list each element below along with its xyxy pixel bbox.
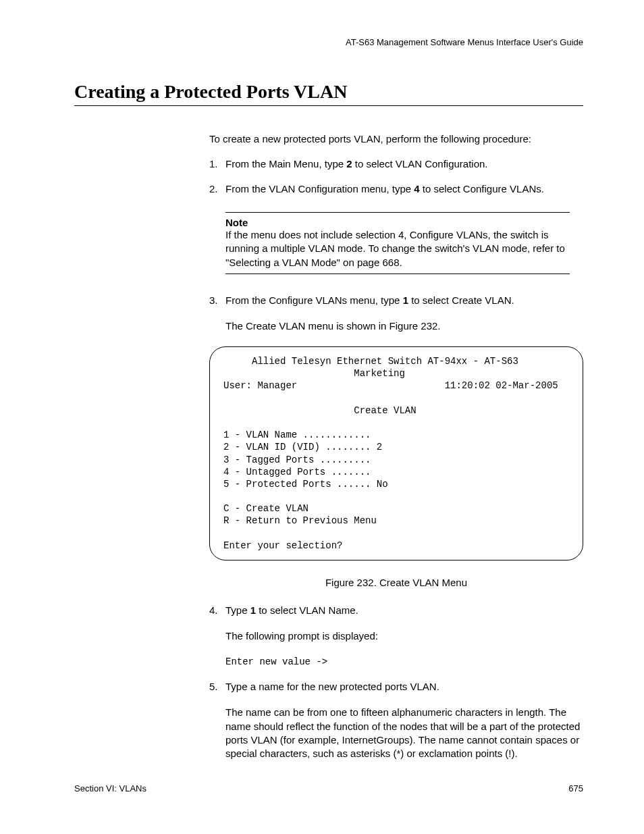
text-part: to select VLAN Name.	[256, 604, 358, 616]
step-5: 5. Type a name for the new protected por…	[209, 681, 583, 692]
note-text: If the menu does not include selection 4…	[225, 228, 583, 269]
note-label: Note	[225, 217, 583, 228]
note-rule-top	[225, 212, 570, 213]
footer-left: Section VI: VLANs	[74, 783, 146, 793]
step-number: 3.	[209, 294, 225, 306]
intro-paragraph: To create a new protected ports VLAN, pe…	[209, 133, 583, 145]
note-rule-bottom	[225, 273, 570, 274]
step-3: 3. From the Configure VLANs menu, type 1…	[209, 294, 583, 306]
text-bold: 1	[403, 294, 408, 306]
text-part: to select Configure VLANs.	[420, 183, 544, 194]
step-text: From the Main Menu, type 2 to select VLA…	[225, 158, 583, 170]
text-part: to select Create VLAN.	[408, 294, 514, 306]
step-2: 2. From the VLAN Configuration menu, typ…	[209, 183, 583, 194]
step-text: Type a name for the new protected ports …	[225, 681, 583, 692]
text-part: From the Main Menu, type	[225, 158, 346, 170]
step-4-sub: The following prompt is displayed:	[225, 629, 583, 643]
text-part: From the VLAN Configuration menu, type	[225, 183, 414, 194]
main-heading: Creating a Protected Ports VLAN	[74, 81, 583, 106]
note-box: Note If the menu does not include select…	[225, 208, 583, 278]
page-header: AT-S63 Management Software Menus Interfa…	[74, 37, 583, 47]
step-number: 2.	[209, 183, 225, 194]
text-bold: 4	[414, 183, 419, 194]
text-bold: 1	[250, 604, 256, 616]
step-number: 4.	[209, 604, 225, 616]
footer-page-number: 675	[568, 783, 583, 793]
step-number: 1.	[209, 158, 225, 170]
text-part: Type	[225, 604, 250, 616]
step-4: 4. Type 1 to select VLAN Name.	[209, 604, 583, 616]
step-5-sub: The name can be from one to fifteen alph…	[225, 706, 583, 760]
content-block: To create a new protected ports VLAN, pe…	[209, 133, 583, 760]
text-part: to select VLAN Configuration.	[352, 158, 488, 170]
text-bold: 2	[346, 158, 352, 170]
step-number: 5.	[209, 681, 225, 692]
page-footer: Section VI: VLANs 675	[74, 783, 583, 793]
step-3-sub: The Create VLAN menu is shown in Figure …	[225, 319, 583, 333]
step-text: Type 1 to select VLAN Name.	[225, 604, 583, 616]
text-part: From the Configure VLANs menu, type	[225, 294, 403, 306]
step-text: From the Configure VLANs menu, type 1 to…	[225, 294, 583, 306]
prompt-text: Enter new value ->	[225, 656, 583, 667]
step-text: From the VLAN Configuration menu, type 4…	[225, 183, 583, 194]
step-1: 1. From the Main Menu, type 2 to select …	[209, 158, 583, 170]
figure-caption: Figure 232. Create VLAN Menu	[209, 577, 583, 588]
terminal-screen: Allied Telesyn Ethernet Switch AT-94xx -…	[209, 346, 583, 561]
